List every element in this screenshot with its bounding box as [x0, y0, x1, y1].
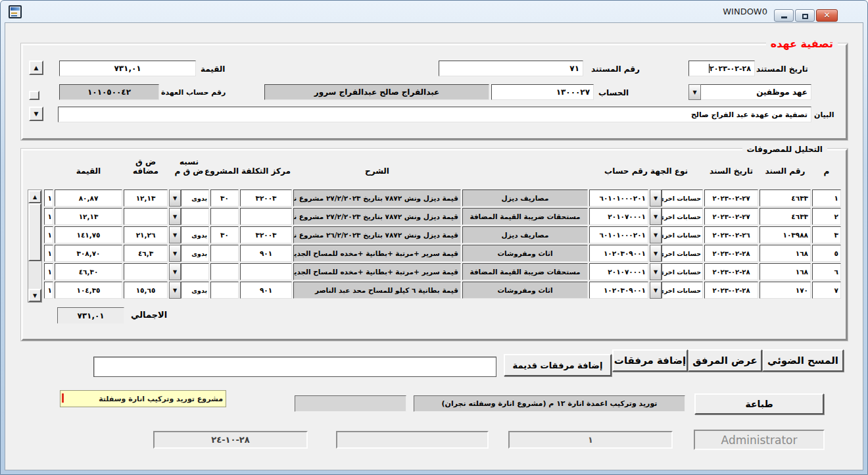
row-value[interactable]: ٣٠٨,٧٠	[55, 245, 122, 262]
row-vat-ratio-combo[interactable]: يدوى ▼	[169, 245, 209, 262]
scroll-down-button[interactable]: ▼	[29, 107, 43, 121]
row-entity-value[interactable]: حسابات اخرى	[662, 189, 703, 207]
row-voucher-date[interactable]: ٢٧-٠٢-٢٠٢٣	[704, 208, 758, 225]
row-voucher-date[interactable]: ٢٨-٠٢-٢٠٢٣	[704, 282, 758, 299]
row-description[interactable]: قيمة ديزل ونش ٧٨٧٢ بتاريخ ٢٧/٢/٢٠٢٣ مشرو…	[293, 189, 461, 207]
row-voucher-no[interactable]: ١٠٣٩٨٨	[760, 226, 811, 243]
print-button[interactable]: طباعة	[694, 393, 824, 414]
row-vat-ratio-combo[interactable]: يدوى ▼	[169, 226, 209, 243]
chevron-down-icon[interactable]: ▼	[169, 226, 181, 243]
chevron-down-icon[interactable]: ▼	[650, 282, 662, 299]
table-scrollbar[interactable]: ▲ ▼	[28, 189, 42, 303]
row-entity-value[interactable]: حسابات اخرى	[662, 263, 703, 280]
row-vat-ratio-combo[interactable]: يدوى ▼	[169, 189, 209, 207]
chevron-down-icon[interactable]: ▼	[169, 282, 181, 299]
row-value[interactable]: ٤٦,٣٠	[55, 263, 122, 280]
row-voucher-date[interactable]: ٢٦-٠٢-٢٠٢٣	[704, 226, 758, 243]
row-vat-ratio-value[interactable]: يدوى	[181, 189, 209, 207]
row-voucher-date[interactable]: ٢٧-٠٢-٢٠٢٣	[704, 189, 758, 207]
row-project[interactable]	[210, 208, 239, 225]
row-entity-combo[interactable]: حسابات اخرى ▼	[650, 208, 703, 225]
scan-button[interactable]: المسح الضوئي	[762, 349, 844, 372]
chevron-down-icon[interactable]: ▼	[650, 208, 662, 225]
view-attachment-button[interactable]: عرض المرفق	[688, 349, 762, 372]
small-blank-button[interactable]	[29, 91, 39, 100]
row-account-no[interactable]: ١٠٢٠٣٠٩٠٠١	[589, 245, 648, 262]
row-vat-added[interactable]: ١٥,٦٥	[124, 282, 168, 299]
chevron-down-icon[interactable]: ▼	[169, 245, 181, 262]
row-value[interactable]: ١٠٤,٣٥	[55, 282, 122, 299]
scrollbar-up-button[interactable]: ▲	[28, 190, 41, 203]
chevron-down-icon[interactable]: ▼	[169, 189, 181, 207]
row-value[interactable]: ١٤١,٧٥	[55, 226, 122, 243]
row-description[interactable]: قيمة بطانية ٦ كيلو للمساح محد عبد الناصر	[293, 282, 461, 299]
row-entity-value[interactable]: حسابات اخرى	[662, 208, 703, 225]
row-entity-combo[interactable]: حسابات اخرى ▼	[650, 226, 703, 243]
row-vat-ratio-value[interactable]: يدوى	[181, 226, 209, 243]
row-entity-combo[interactable]: حسابات اخرى ▼	[650, 282, 703, 299]
entity-type-combo[interactable]: عهد موظفين ▼	[688, 84, 811, 100]
row-vat-ratio-combo[interactable]: ▼	[169, 263, 209, 280]
row-project[interactable]	[210, 263, 239, 280]
attachment-path-input[interactable]	[93, 357, 496, 377]
doc-no-input[interactable]: ٧١	[439, 61, 583, 76]
row-account-no[interactable]: ٢٠١٠٧٠٠٠١	[589, 263, 648, 280]
statement-input[interactable]: تصفية من عهدة عبد الفراج صالح	[58, 107, 811, 122]
add-attachments-button[interactable]: إضافة مرفقات	[612, 349, 688, 372]
row-entity-combo[interactable]: حسابات اخرى ▼	[650, 245, 703, 262]
row-vat-added[interactable]: ٢١,٢٦	[124, 226, 168, 243]
row-vat-ratio-combo[interactable]: ▼	[169, 208, 209, 225]
row-voucher-date[interactable]: ٢٨-٠٢-٢٠٢٣	[704, 263, 758, 280]
row-cost-center[interactable]	[240, 208, 292, 225]
scrollbar-thumb[interactable]	[28, 203, 41, 261]
row-project[interactable]: ٣٠	[210, 226, 239, 243]
account-no-input[interactable]: ١٣٠٠٠٢٧	[491, 84, 594, 100]
row-vat-ratio-value[interactable]	[181, 263, 209, 280]
chevron-down-icon[interactable]: ▼	[688, 84, 701, 100]
chevron-down-icon[interactable]: ▼	[650, 245, 662, 262]
row-entity-value[interactable]: حسابات اخرى	[662, 226, 703, 243]
row-voucher-no[interactable]: ٤٦٣٣	[760, 189, 811, 207]
chevron-down-icon[interactable]: ▼	[650, 263, 662, 280]
row-vat-ratio-value[interactable]: يدوى	[181, 245, 209, 262]
row-value[interactable]: ١٢,١٣	[55, 208, 122, 225]
row-cost-center[interactable]: ٣٢٠٠٣	[240, 226, 292, 243]
row-cost-center[interactable]	[240, 263, 292, 280]
entity-type-value[interactable]: عهد موظفين	[701, 84, 811, 100]
row-voucher-no[interactable]: ٤٦٣٣	[760, 208, 811, 225]
row-description[interactable]: قيمة ديزل ونش ٧٨٧٢ بتاريخ ٢٦/٢/٢٠٢٣ مشرو…	[293, 226, 461, 243]
row-project[interactable]	[210, 245, 239, 262]
row-project[interactable]	[210, 282, 239, 299]
row-description[interactable]: قيمة ديزل ونش ٧٨٧٢ بتاريخ ٢٧/٢/٢٠٢٣ مشرو…	[293, 208, 461, 225]
row-cost-center[interactable]: ٩٠١	[240, 282, 292, 299]
row-value[interactable]: ٨٠,٨٧	[55, 189, 122, 207]
row-cost-center[interactable]: ٩٠١	[240, 245, 292, 262]
row-account-no[interactable]: ١٠٢٠٣٠٩٠٠١	[589, 282, 648, 299]
value-input[interactable]: ٧٣١,٠١	[59, 61, 196, 76]
row-project[interactable]: ٣٠	[210, 189, 239, 207]
row-vat-ratio-value[interactable]: يدوى	[181, 282, 209, 299]
row-voucher-no[interactable]: ١٦٨	[760, 245, 811, 262]
row-entity-value[interactable]: حسابات اخرى	[662, 245, 703, 262]
row-voucher-no[interactable]: ١٧٠	[760, 282, 811, 299]
add-old-attachments-button[interactable]: إضافة مرفقات قديمة	[504, 354, 612, 376]
row-description[interactable]: قيمة سرير +مرتبة +بطانية +مخده للمساح ال…	[293, 263, 461, 280]
chevron-down-icon[interactable]: ▼	[650, 189, 662, 207]
chevron-down-icon[interactable]: ▼	[169, 208, 181, 225]
chevron-down-icon[interactable]: ▼	[650, 226, 662, 243]
row-entity-value[interactable]: حسابات اخرى	[662, 282, 703, 299]
row-vat-ratio-value[interactable]	[181, 208, 209, 225]
row-vat-ratio-combo[interactable]: يدوى ▼	[169, 282, 209, 299]
scroll-up-button[interactable]: ▲	[29, 61, 43, 75]
row-vat-added[interactable]: ٤٦,٣	[124, 245, 168, 262]
row-entity-combo[interactable]: حسابات اخرى ▼	[650, 263, 703, 280]
row-account-no[interactable]: ٦٠١٠١٠٠٠٢٠١	[589, 226, 648, 243]
chevron-down-icon[interactable]: ▼	[169, 263, 181, 280]
row-cost-center[interactable]: ٣٢٠٠٣	[240, 189, 292, 207]
scrollbar-down-button[interactable]: ▼	[28, 289, 41, 302]
row-account-no[interactable]: ٢٠١٠٧٠٠٠١	[589, 208, 648, 225]
row-voucher-date[interactable]: ٢٨-٠٢-٢٠٢٣	[704, 245, 758, 262]
row-account-no[interactable]: ٦٠١٠١٠٠٠٢٠١	[589, 189, 648, 207]
row-voucher-no[interactable]: ١٦٨	[760, 263, 811, 280]
project-name-field[interactable]: مشروع توريد وتركيب انارة وسفلتة	[60, 390, 226, 407]
